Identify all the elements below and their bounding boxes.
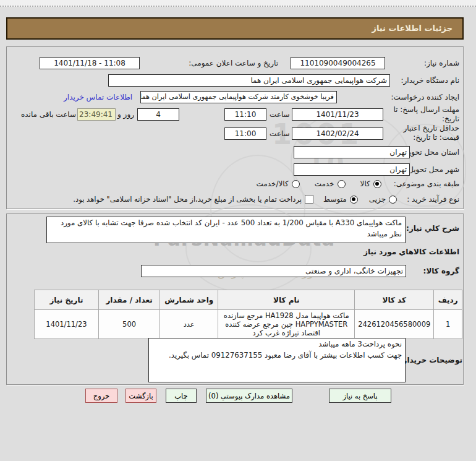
table-row: 12426120456580009ماکت هواپیما مدل HA1928…	[35, 310, 462, 339]
print-button[interactable]: چاپ	[166, 389, 197, 403]
reply-to-need-button[interactable]: پاسخ به نیاز	[329, 389, 391, 403]
countdown-timer: 23:49:41	[77, 108, 116, 121]
request-creator-label: ایجاد کننده درخواست:	[391, 93, 459, 101]
radio-selected-icon[interactable]	[373, 180, 381, 188]
radio-option-label: متوسط	[323, 195, 347, 204]
classification-label: طبقه بندی موضوعی:	[394, 179, 459, 188]
table-header-cell: تعداد / مقدار	[98, 290, 159, 310]
radio-option-label: جزیی	[369, 195, 386, 204]
radio-option[interactable]: جزیی	[369, 195, 397, 204]
validity-hour-label: ساعت	[270, 129, 290, 138]
treasury-option[interactable]: پرداخت تمام یا بخشی از مبلغ خرید،از محل …	[73, 195, 313, 204]
exit-button[interactable]: خروج	[85, 389, 117, 403]
price-validity-date[interactable]: 1402/02/24	[292, 127, 383, 140]
announce-datetime-label: تاریخ و ساعت اعلان عمومی:	[189, 59, 278, 67]
need-details-page: جزئیات اطلاعات نیاز 1001 10 شماره نیاز: …	[0, 0, 476, 461]
days-remaining-value[interactable]: 4	[137, 108, 179, 121]
radio-selected-icon[interactable]	[350, 196, 358, 204]
hours-remaining-label: ساعت باقی مانده	[21, 110, 76, 119]
radio-option[interactable]: کالا/خدمت	[256, 179, 299, 188]
process-type-options: جزییمتوسط	[323, 195, 397, 204]
table-cell: 1	[434, 310, 462, 339]
buyer-notes-value[interactable]: نحوه پرداخت3 ماهه میباشد جهت کسب اطلاعات…	[148, 338, 406, 382]
city-value[interactable]: تهران	[294, 163, 410, 176]
reply-deadline-date[interactable]: 1401/11/23	[292, 108, 383, 121]
request-creator-value[interactable]: فریبا خوشخوی کارمند شرکت هواپیمایی جمهور…	[140, 91, 337, 103]
view-attached-docs-button[interactable]: مشاهده مدارک پیوستي (0)	[206, 389, 292, 403]
process-type-label: نوع فرآیند خرید :	[407, 195, 459, 204]
need-description-label: شرح کلي نیاز:	[406, 224, 459, 233]
table-cell: ماکت هواپیما مدل HA1928 مرجع سازنده HAPP…	[218, 310, 355, 339]
buyer-notes-label: توضیحات خریدار:	[400, 356, 462, 364]
province-value[interactable]: تهران	[294, 146, 410, 158]
radio-option[interactable]: کالا	[360, 179, 381, 188]
radio-icon[interactable]	[389, 196, 397, 204]
page-title: جزئیات اطلاعات نیاز	[6, 17, 464, 40]
price-validity-label: حداقل تاریخ اعتبار قیمت: تا تاریخ:	[388, 124, 459, 142]
announce-datetime-value[interactable]: 1401/11/18 - 11:08	[40, 57, 140, 69]
reply-deadline-time[interactable]: 11:10	[224, 108, 266, 121]
table-header-cell: واحد شمارش	[160, 290, 218, 310]
buyer-org-label: نام دستگاه خریدار:	[401, 76, 460, 85]
radio-option-label: کالا/خدمت	[256, 179, 288, 188]
table-cell: 1401/11/23	[35, 310, 99, 339]
treasury-checkbox[interactable]	[305, 195, 313, 204]
table-cell: 2426120456580009	[355, 310, 434, 339]
goods-group-label: گروه کالا:	[423, 267, 459, 275]
table-header-cell: تاریخ نیاز	[35, 290, 99, 310]
need-number-value[interactable]: 1101090049004265	[291, 57, 385, 69]
radio-option-label: خدمت	[315, 179, 334, 188]
radio-option[interactable]: خدمت	[315, 179, 346, 188]
price-validity-time[interactable]: 11:00	[224, 127, 266, 140]
goods-table-body: 12426120456580009ماکت هواپیما مدل HA1928…	[35, 310, 462, 339]
goods-info-header: اطلاعات کالاهاي مورد نیاز	[363, 248, 459, 256]
need-number-label: شماره نیاز:	[424, 59, 459, 67]
radio-option-label: کالا	[360, 179, 370, 188]
table-header-cell: ردیف	[434, 290, 462, 310]
table-header-cell: کد کالا	[355, 290, 434, 310]
buyer-contact-link[interactable]: اطلاعات تماس خریدار	[64, 93, 132, 101]
radio-icon[interactable]	[292, 180, 300, 188]
reply-hour-label: ساعت	[270, 110, 290, 119]
classification-row: طبقه بندی موضوعی: کالاخدمتکالا/خدمت	[256, 179, 459, 188]
classification-options: کالاخدمتکالا/خدمت	[256, 179, 381, 188]
radio-option[interactable]: متوسط	[323, 195, 358, 204]
reply-deadline-label: مهلت ارسال پاسخ: تا تاریخ:	[388, 105, 459, 124]
buyer-org-value[interactable]: شرکت هواپیمایی جمهوری اسلامی ایران هما	[108, 74, 390, 87]
goods-table-header: ردیفکد کالانام کالاواحد شمارشتعداد / مقد…	[35, 290, 462, 310]
process-type-row: نوع فرآیند خرید : جزییمتوسط پرداخت تمام …	[73, 195, 459, 204]
table-cell: 500	[98, 310, 159, 339]
top-dotted-divider	[0, 0, 476, 7]
need-description-value[interactable]: ماکت هواپیمای A330 با مقیاس 1/200 به تعد…	[46, 217, 406, 243]
table-cell: عدد	[160, 310, 218, 339]
back-button[interactable]: بازگشت	[125, 389, 156, 403]
goods-group-value[interactable]: تجهیزات خانگی، اداری و صنعتی	[141, 265, 406, 277]
goods-table: ردیفکد کالانام کالاواحد شمارشتعداد / مقد…	[34, 290, 462, 339]
days-and-label: روز و	[117, 110, 134, 119]
table-header-cell: نام کالا	[218, 290, 355, 310]
city-label: شهر محل تحویل:	[406, 165, 459, 174]
treasury-label: پرداخت تمام یا بخشی از مبلغ خرید،از محل …	[73, 195, 302, 204]
radio-icon[interactable]	[338, 180, 346, 188]
